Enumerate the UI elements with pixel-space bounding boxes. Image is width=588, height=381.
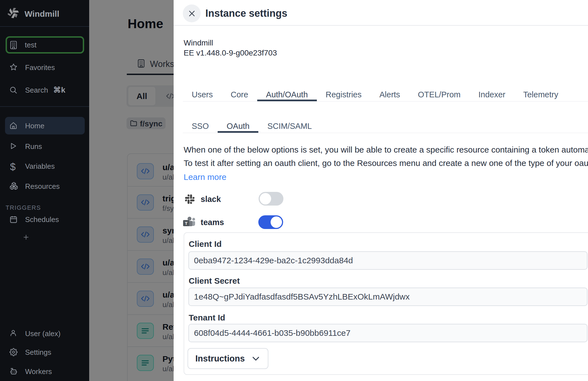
- svg-text:T: T: [185, 221, 187, 226]
